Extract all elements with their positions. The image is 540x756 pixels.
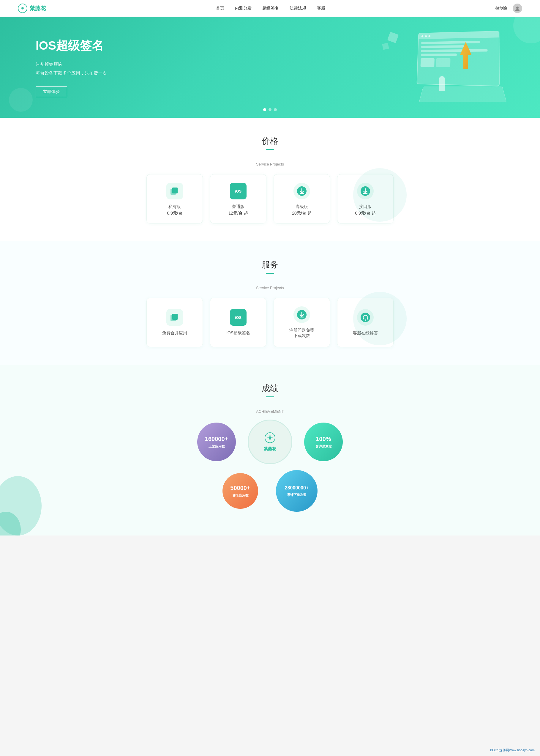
price-card-api-name: 接口版: [359, 204, 372, 210]
service-divider: [266, 273, 274, 274]
hero-tablet-decoration: [419, 87, 506, 102]
achievement-section: 成绩 ACHIEVEMENT 160000+ 上架应用数 紫藤花: [0, 365, 540, 535]
achievement-subtitle: ACHIEVEMENT: [12, 409, 528, 414]
service-card-merge: 免费合并应用: [146, 298, 203, 347]
hero-cube-2: [382, 43, 389, 50]
price-card-advanced-name: 高级版: [296, 204, 308, 210]
center-logo-icon: [265, 432, 275, 445]
service-card-ios-name: IOS超级签名: [226, 331, 250, 336]
price-cards-row: 私有版 0.9元/台 iOS 普通版 12元/台 起 高级版 20元/台 起: [136, 174, 404, 224]
price-card-api-price: 0.9元/台 起: [355, 211, 375, 216]
service-cards-row: 免费合并应用 iOS IOS超级签名 注册即送免费 下载次数: [136, 298, 404, 347]
hero-title: IOS超级签名: [36, 38, 107, 54]
nav-super-sign[interactable]: 超级签名: [262, 6, 279, 11]
hero-blob-2: [9, 88, 33, 112]
stat-signed: 50000+ 签名应用数: [222, 473, 258, 509]
copy-svg: [169, 186, 180, 197]
nav-support[interactable]: 客服: [317, 6, 325, 11]
hero-arrow-decoration: [457, 41, 474, 70]
hero-dot-2[interactable]: [269, 108, 271, 111]
hero-dots: [263, 108, 277, 111]
nav-right: 控制台: [495, 4, 522, 13]
price-card-private-price: 0.9元/台: [167, 211, 182, 216]
stat-downloads: 28000000+ 累计下载次数: [276, 470, 318, 512]
price-card-api: 接口版 0.9元/台 起: [337, 174, 394, 224]
svg-point-13: [360, 313, 370, 322]
svg-rect-14: [363, 317, 364, 319]
svg-point-20: [269, 437, 271, 439]
stat-downloads-num: 28000000+: [285, 485, 309, 491]
headset-icon: [357, 309, 374, 326]
navbar: 紫藤花 首页 内测分发 超级签名 法律法规 客服 控制台: [0, 0, 540, 17]
free-dl-icon: [294, 306, 310, 323]
price-card-normal-price: 12元/台 起: [228, 211, 248, 216]
service-card-ios: iOS IOS超级签名: [210, 298, 266, 347]
logo[interactable]: 紫藤花: [18, 4, 46, 13]
hero-subtitle: 告别掉签烦恼 每台设备下载多个应用，只扣费一次: [36, 60, 107, 77]
hero-banner: IOS超级签名 告别掉签烦恼 每台设备下载多个应用，只扣费一次 立即体验: [0, 17, 540, 118]
nav-home[interactable]: 首页: [216, 6, 224, 11]
stat-uploads-num: 160000+: [205, 435, 228, 443]
price-divider: [266, 149, 274, 150]
price-card-normal: iOS 普通版 12元/台 起: [210, 174, 266, 224]
stat-satisfaction: 100% 客户满意度: [304, 423, 343, 461]
stats-row-1: 160000+ 上架应用数 紫藤花 100% 客户满意度: [12, 420, 528, 464]
download-icon-1: [294, 183, 310, 200]
service-card-free-dl-name: 注册即送免费 下载次数: [289, 328, 314, 339]
svg-point-16: [365, 319, 366, 321]
service-card-support: 客服在线解答: [337, 298, 394, 347]
svg-point-2: [516, 7, 519, 9]
center-flower-icon: [265, 432, 275, 443]
control-panel-link[interactable]: 控制台: [495, 6, 508, 11]
stat-signed-label: 签名应用数: [232, 493, 249, 498]
achievement-divider: [266, 396, 274, 397]
price-card-private: 私有版 0.9元/台: [146, 174, 203, 224]
stat-downloads-label: 累计下载次数: [287, 493, 307, 497]
hero-illustration: [380, 29, 504, 106]
svg-point-18: [0, 512, 21, 535]
merge-icon: [166, 309, 183, 326]
service-section: 服务 Service Projects 免费合并应用 iOS IOS超级签名: [0, 241, 540, 365]
stat-satisfaction-num: 100%: [316, 435, 331, 443]
price-card-advanced-price: 20元/台 起: [292, 211, 311, 216]
nav-links: 首页 内测分发 超级签名 法律法规 客服: [216, 6, 325, 11]
stat-satisfaction-label: 客户满意度: [316, 444, 332, 449]
download-svg-2: [360, 186, 370, 196]
svg-rect-4: [172, 188, 178, 194]
avatar[interactable]: [513, 4, 522, 13]
service-card-merge-name: 免费合并应用: [162, 331, 187, 336]
stat-uploads: 160000+ 上架应用数: [197, 423, 236, 461]
nav-internal[interactable]: 内测分发: [235, 6, 252, 11]
logo-text: 紫藤花: [30, 5, 46, 12]
achievement-title: 成绩: [12, 383, 528, 394]
stat-logo-center: 紫藤花: [248, 420, 292, 464]
service-subtitle: Service Projects: [12, 286, 528, 290]
download-icon-2: [357, 183, 374, 200]
hero-content: IOS超级签名 告别掉签烦恼 每台设备下载多个应用，只扣费一次 立即体验: [36, 38, 107, 97]
hero-cube-1: [387, 32, 399, 43]
service-card-support-name: 客服在线解答: [353, 331, 378, 336]
stats-row-2: 50000+ 签名应用数 28000000+ 累计下载次数: [12, 470, 528, 512]
price-card-private-name: 私有版: [168, 204, 181, 210]
ios-icon-2: iOS: [230, 309, 246, 326]
hero-dot-1[interactable]: [263, 108, 266, 111]
hero-blob-1: [513, 17, 540, 43]
svg-point-1: [22, 7, 24, 9]
ios-icon-1: iOS: [230, 183, 246, 200]
center-logo-text: 紫藤花: [264, 446, 276, 452]
nav-legal[interactable]: 法律法规: [290, 6, 306, 11]
download-svg-1: [297, 186, 307, 196]
free-dl-svg: [297, 310, 307, 319]
price-title: 价格: [12, 135, 528, 147]
merge-svg: [169, 312, 180, 323]
user-icon: [515, 6, 520, 11]
price-card-advanced: 高级版 20元/台 起: [274, 174, 330, 224]
hero-cta-button[interactable]: 立即体验: [36, 86, 67, 97]
headset-svg: [360, 313, 370, 322]
hero-dot-3[interactable]: [274, 108, 277, 111]
price-card-normal-name: 普通版: [232, 204, 244, 210]
copy-icon-1: [166, 183, 183, 200]
service-title: 服务: [12, 259, 528, 270]
logo-icon: [18, 4, 27, 13]
price-subtitle: Service Projects: [12, 162, 528, 166]
